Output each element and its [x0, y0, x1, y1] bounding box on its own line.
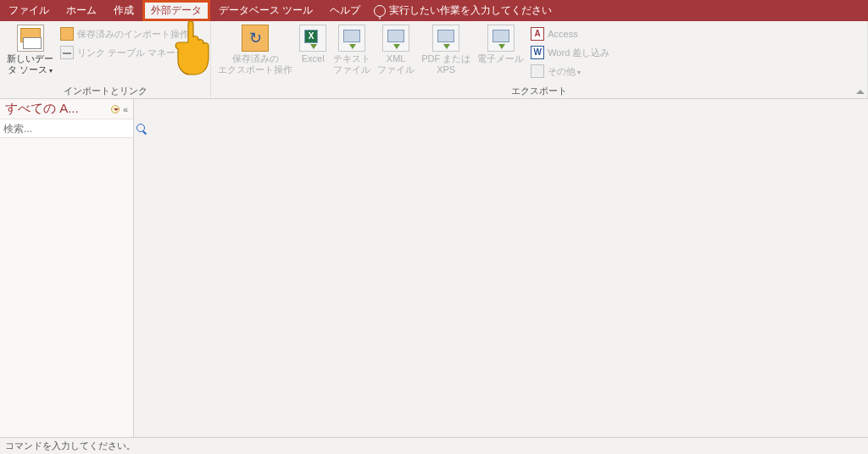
- export-text-label-l1: テキスト: [333, 53, 370, 64]
- navigation-pane-collapse-button[interactable]: «: [121, 104, 130, 114]
- ribbon-tabstrip: ファイル ホーム 作成 外部データ データベース ツール ヘルプ 実行したい作業…: [0, 0, 868, 21]
- text-file-icon: [338, 25, 365, 52]
- new-data-source-button[interactable]: 新しいデー タ ソース ▾: [3, 23, 57, 84]
- export-word-merge-button[interactable]: Word 差し込み: [527, 43, 613, 62]
- export-text-label-l2: ファイル: [333, 64, 370, 75]
- export-xml-button[interactable]: XML ファイル: [374, 23, 418, 84]
- export-email-label: 電子メール: [477, 53, 524, 64]
- navigation-pane-splitter[interactable]: [131, 99, 136, 437]
- saved-imports-button[interactable]: 保存済みのインポート操作: [57, 25, 207, 43]
- word-icon: [531, 46, 544, 59]
- tab-help[interactable]: ヘルプ: [321, 0, 369, 21]
- linked-table-manager-button[interactable]: リンク テーブル マネージャー: [57, 43, 207, 62]
- new-data-source-label-l2: タ ソース ▾: [8, 64, 53, 75]
- export-excel-button[interactable]: Excel: [296, 23, 330, 84]
- export-excel-label: Excel: [302, 53, 325, 64]
- email-icon: [487, 25, 515, 52]
- saved-exports-label-l2: エクスポート操作: [218, 64, 292, 75]
- navigation-pane-dropdown-icon[interactable]: [111, 105, 120, 114]
- tell-me-placeholder: 実行したい作業を入力してください: [389, 3, 552, 18]
- lightbulb-icon: [374, 5, 386, 17]
- export-more-button[interactable]: その他 ▾: [527, 62, 613, 80]
- collapse-ribbon-button[interactable]: [854, 86, 865, 97]
- linked-table-manager-label: リンク テーブル マネージャー: [77, 47, 203, 59]
- pdf-xps-icon: [432, 25, 459, 52]
- navigation-search-input[interactable]: [0, 121, 134, 136]
- workspace: すべての A... «: [0, 99, 868, 437]
- export-text-button[interactable]: テキスト ファイル: [330, 23, 374, 84]
- ribbon-group-import-label: インポートとリンク: [0, 85, 210, 98]
- status-bar: コマンドを入力してください。: [0, 437, 868, 454]
- saved-exports-icon: [242, 25, 269, 52]
- export-access-label: Access: [548, 29, 577, 39]
- saved-exports-label-l1: 保存済みの: [232, 53, 279, 64]
- tab-file[interactable]: ファイル: [0, 0, 58, 21]
- export-xml-label-l2: ファイル: [377, 64, 415, 75]
- more-icon: [531, 64, 544, 78]
- navigation-pane-header[interactable]: すべての A... «: [0, 99, 133, 119]
- tell-me-search[interactable]: 実行したい作業を入力してください: [369, 0, 552, 21]
- excel-icon: [299, 25, 326, 52]
- access-icon: [531, 27, 544, 41]
- data-source-icon: [17, 25, 44, 52]
- navigation-search-box[interactable]: [0, 119, 133, 138]
- saved-imports-label: 保存済みのインポート操作: [77, 28, 189, 41]
- export-pdf-label-l2: XPS: [437, 64, 455, 75]
- export-xml-label-l1: XML: [387, 53, 406, 64]
- new-data-source-label-l1: 新しいデー: [7, 53, 53, 64]
- export-access-button[interactable]: Access: [527, 25, 613, 43]
- saved-exports-button[interactable]: 保存済みの エクスポート操作: [214, 23, 296, 84]
- ribbon: 新しいデー タ ソース ▾ 保存済みのインポート操作 リンク テーブル マネージ…: [0, 21, 868, 99]
- tab-external-data[interactable]: 外部データ: [142, 0, 210, 21]
- tab-database-tools[interactable]: データベース ツール: [210, 0, 321, 21]
- linked-table-icon: [60, 46, 74, 59]
- tab-create[interactable]: 作成: [105, 0, 142, 21]
- saved-imports-icon: [60, 27, 74, 41]
- ribbon-group-import-link: 新しいデー タ ソース ▾ 保存済みのインポート操作 リンク テーブル マネージ…: [0, 21, 211, 98]
- status-text: コマンドを入力してください。: [5, 440, 136, 452]
- export-email-button[interactable]: 電子メール: [474, 23, 527, 84]
- export-more-label: その他 ▾: [548, 65, 581, 78]
- export-pdf-label-l1: PDF または: [421, 53, 470, 64]
- export-pdf-xps-button[interactable]: PDF または XPS: [418, 23, 474, 84]
- document-area: [134, 99, 868, 437]
- navigation-pane: すべての A... «: [0, 99, 134, 437]
- tab-home[interactable]: ホーム: [58, 0, 105, 21]
- ribbon-group-export-label: エクスポート: [211, 85, 867, 98]
- ribbon-group-export: 保存済みの エクスポート操作 Excel テキスト ファイル XML ファイル …: [211, 21, 868, 98]
- navigation-pane-title: すべての A...: [5, 101, 109, 117]
- export-word-label: Word 差し込み: [548, 47, 609, 59]
- xml-file-icon: [382, 25, 409, 52]
